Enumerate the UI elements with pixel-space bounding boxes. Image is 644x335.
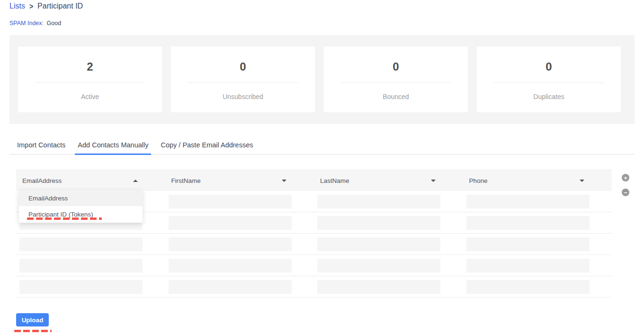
stat-value: 0 bbox=[324, 61, 468, 72]
upload-button[interactable]: Upload bbox=[16, 313, 49, 326]
stat-card-duplicates: 0 Duplicates bbox=[477, 46, 621, 112]
email-input-row5[interactable] bbox=[19, 280, 143, 294]
page-title: Participant ID bbox=[37, 2, 83, 10]
column-dropdown-emailaddress[interactable]: EmailAddress bbox=[16, 177, 165, 184]
stat-label: Active bbox=[18, 93, 162, 100]
column-dropdown-firstname[interactable]: FirstName bbox=[165, 177, 314, 184]
minus-icon: − bbox=[624, 189, 627, 196]
firstname-input-row1[interactable] bbox=[169, 195, 292, 208]
remove-row-button[interactable]: − bbox=[622, 189, 629, 196]
caret-down-icon bbox=[580, 180, 584, 182]
caret-down-icon bbox=[282, 180, 286, 182]
column-dropdown-lastname[interactable]: LastName bbox=[314, 177, 463, 184]
column-label: LastName bbox=[320, 177, 349, 184]
upload-area: Upload bbox=[16, 313, 635, 326]
stat-card-bounced: 0 Bounced bbox=[324, 46, 468, 112]
phone-input-row1[interactable] bbox=[466, 195, 590, 208]
firstname-input-row3[interactable] bbox=[169, 237, 292, 251]
column-label: Phone bbox=[469, 177, 488, 184]
stat-label: Bounced bbox=[324, 93, 468, 100]
stat-value: 0 bbox=[477, 61, 621, 72]
phone-input-row3[interactable] bbox=[466, 237, 590, 251]
dropdown-option-label: Participant ID (Tokens) bbox=[28, 211, 93, 218]
column-label: EmailAddress bbox=[22, 177, 62, 184]
spam-index: SPAM Index: Good bbox=[9, 20, 635, 27]
stat-value: 2 bbox=[18, 61, 162, 72]
stat-label: Unsubscribed bbox=[171, 93, 315, 100]
stat-divider bbox=[35, 82, 145, 83]
spam-index-label: SPAM Index: bbox=[9, 20, 44, 27]
tab-import-contacts[interactable]: Import Contacts bbox=[14, 138, 68, 155]
stat-value: 0 bbox=[171, 61, 315, 72]
add-row-button[interactable]: + bbox=[622, 174, 629, 181]
dropdown-option-emailaddress[interactable]: EmailAddress bbox=[19, 190, 143, 206]
lastname-input-row3[interactable] bbox=[317, 237, 440, 251]
contact-mapping-table: EmailAddress FirstName LastName Phone bbox=[16, 170, 612, 298]
contact-row-3 bbox=[16, 234, 612, 255]
plus-icon: + bbox=[624, 174, 627, 181]
column-header-row: EmailAddress FirstName LastName Phone bbox=[16, 170, 612, 191]
phone-input-row5[interactable] bbox=[466, 280, 590, 294]
phone-input-row4[interactable] bbox=[466, 259, 590, 272]
contact-row-5 bbox=[16, 276, 612, 298]
lastname-input-row5[interactable] bbox=[317, 280, 440, 294]
red-dash-annotation bbox=[14, 330, 52, 332]
contact-mapping-section: + − EmailAddress FirstName LastName Phon bbox=[9, 170, 635, 298]
tab-add-contacts-manually[interactable]: Add Contacts Manually bbox=[75, 138, 151, 155]
tab-bar: Import Contacts Add Contacts Manually Co… bbox=[9, 138, 635, 154]
stats-band: 2 Active 0 Unsubscribed 0 Bounced 0 Dupl… bbox=[9, 35, 635, 124]
email-input-row4[interactable] bbox=[19, 259, 143, 272]
caret-down-icon bbox=[431, 180, 436, 182]
red-dash-annotation bbox=[27, 217, 102, 220]
stat-divider bbox=[188, 82, 298, 83]
stat-card-unsubscribed: 0 Unsubscribed bbox=[171, 46, 315, 112]
firstname-input-row5[interactable] bbox=[169, 280, 292, 294]
stat-divider bbox=[340, 82, 451, 83]
firstname-input-row4[interactable] bbox=[169, 259, 292, 272]
phone-input-row2[interactable] bbox=[466, 216, 590, 230]
dropdown-option-participant-id-tokens[interactable]: Participant ID (Tokens) bbox=[19, 206, 143, 223]
lastname-input-row2[interactable] bbox=[317, 216, 440, 230]
page-content: Lists > Participant ID SPAM Index: Good … bbox=[0, 0, 644, 326]
firstname-input-row2[interactable] bbox=[169, 216, 292, 230]
spam-index-value: Good bbox=[47, 20, 62, 27]
lastname-input-row4[interactable] bbox=[317, 259, 440, 272]
contact-row-4 bbox=[16, 255, 612, 276]
row-controls: + − bbox=[622, 174, 629, 196]
lastname-input-row1[interactable] bbox=[317, 195, 440, 208]
column-label: FirstName bbox=[171, 177, 201, 184]
breadcrumb-lists-link[interactable]: Lists bbox=[9, 2, 25, 10]
tab-copy-paste-email-addresses[interactable]: Copy / Paste Email Addresses bbox=[158, 138, 256, 155]
breadcrumb: Lists > Participant ID bbox=[9, 0, 635, 10]
column-dropdown-phone[interactable]: Phone bbox=[463, 177, 612, 184]
stat-card-active: 2 Active bbox=[18, 46, 162, 112]
column-field-dropdown-menu: EmailAddress Participant ID (Tokens) bbox=[19, 190, 143, 223]
caret-up-icon bbox=[133, 180, 138, 182]
email-input-row3[interactable] bbox=[19, 237, 143, 251]
stat-divider bbox=[493, 82, 604, 83]
breadcrumb-separator: > bbox=[29, 2, 33, 10]
stat-label: Duplicates bbox=[477, 93, 621, 100]
